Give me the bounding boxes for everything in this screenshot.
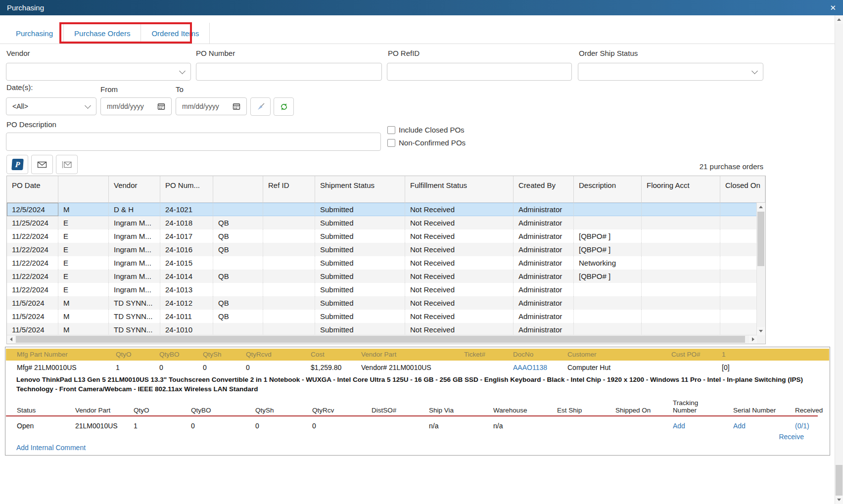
- po-table-cell: [642, 203, 720, 216]
- non-confirmed-pos-option[interactable]: Non-Confirmed POs: [387, 138, 466, 147]
- include-closed-pos-checkbox[interactable]: [387, 126, 395, 134]
- po-column-header[interactable]: Vendor: [109, 176, 160, 202]
- detail-item-cell-link[interactable]: AAAO1138: [513, 362, 567, 373]
- po-column-header[interactable]: PO Num...: [160, 176, 213, 202]
- po-table-row[interactable]: 11/22/2024EIngram M...24-1015SubmittedNo…: [7, 256, 757, 270]
- clear-filter-button[interactable]: [250, 97, 271, 116]
- calendar-icon[interactable]: [157, 102, 165, 110]
- order-ship-status-select[interactable]: [578, 63, 763, 81]
- po-table-cell: Not Received: [405, 270, 514, 283]
- tab-purchase-orders[interactable]: Purchase Orders: [64, 23, 141, 44]
- include-closed-pos-option[interactable]: Include Closed POs: [387, 126, 465, 134]
- purchase-orders-table: PO DateVendorPO Num...Ref IDShipment Sta…: [6, 176, 766, 344]
- po-table-row[interactable]: 11/5/2024MTD SYNN...24-1011QBSubmittedNo…: [7, 310, 757, 323]
- po-description-input[interactable]: [6, 133, 381, 151]
- po-table-cell: [720, 229, 757, 243]
- po-table-row[interactable]: 11/22/2024EIngram M...24-1016QBSubmitted…: [7, 243, 757, 256]
- po-table-cell: M: [58, 310, 109, 323]
- po-table-cell: 24-1012: [160, 296, 213, 310]
- tab-ordered-items[interactable]: Ordered Items: [141, 23, 210, 44]
- po-table-cell: Administrator: [514, 323, 574, 335]
- p-logo-icon: P: [11, 159, 24, 170]
- po-table-row[interactable]: 11/5/2024MTD SYNN...24-1010SubmittedNot …: [7, 323, 757, 335]
- calendar-icon[interactable]: [233, 102, 240, 110]
- po-number-input[interactable]: [196, 63, 382, 81]
- po-table-row[interactable]: 12/5/2024MD & H24-1021SubmittedNot Recei…: [7, 203, 757, 216]
- po-table-cell: E: [58, 243, 109, 256]
- po-table-cell: [642, 323, 720, 335]
- table-hscrollbar-thumb[interactable]: [16, 336, 745, 343]
- po-table-row[interactable]: 11/22/2024EIngram M...24-1013SubmittedNo…: [7, 283, 757, 296]
- po-table-cell: QB: [213, 296, 263, 310]
- po-column-header[interactable]: [213, 176, 263, 202]
- detail-status-cell-link[interactable]: Add: [673, 420, 733, 432]
- detail-status-row: Open21LM0010US1000n/an/aAddAdd(0/1): [6, 420, 818, 432]
- detail-status-column-header: QtySh: [255, 407, 312, 414]
- tab-purchasing[interactable]: Purchasing: [5, 23, 64, 44]
- po-table-cell: Submitted: [315, 283, 405, 296]
- window-scrollbar[interactable]: [835, 15, 843, 504]
- po-column-header[interactable]: Flooring Acct: [642, 176, 720, 202]
- po-table-cell: Ingram M...: [109, 270, 160, 283]
- dates-select[interactable]: <All>: [6, 97, 96, 115]
- detail-item-cell: Mfg# 21LM0010US: [17, 362, 116, 373]
- detail-status-cell-link[interactable]: (0/1): [795, 420, 825, 432]
- vendor-select[interactable]: [6, 63, 191, 81]
- email-history-button[interactable]: [56, 155, 78, 174]
- po-column-header[interactable]: PO Date: [7, 176, 58, 202]
- po-table-cell: QB: [213, 270, 263, 283]
- po-column-header[interactable]: Shipment Status: [315, 176, 405, 202]
- scroll-down-icon[interactable]: [757, 327, 765, 335]
- po-column-header[interactable]: [58, 176, 109, 202]
- detail-item-cell: 1: [116, 362, 159, 373]
- po-table-row[interactable]: 11/5/2024MTD SYNN...24-1012QBSubmittedNo…: [7, 296, 757, 310]
- from-date-input[interactable]: mm/dd/yyyy: [100, 97, 172, 115]
- table-scrollbar-thumb[interactable]: [757, 212, 764, 266]
- po-table-cell: [263, 229, 315, 243]
- po-refid-input[interactable]: [387, 63, 572, 81]
- refresh-button[interactable]: [274, 97, 294, 116]
- po-table-cell: 24-1017: [160, 229, 213, 243]
- scroll-down-icon[interactable]: [835, 496, 843, 504]
- scroll-up-icon[interactable]: [835, 15, 843, 24]
- po-table-cell: [720, 310, 757, 323]
- send-po-button[interactable]: P: [6, 155, 28, 174]
- close-icon[interactable]: ✕: [830, 4, 836, 11]
- non-confirmed-pos-checkbox[interactable]: [387, 139, 395, 147]
- po-description-label: PO Description: [6, 120, 56, 129]
- po-table-cell: 24-1015: [160, 256, 213, 270]
- receive-link[interactable]: Receive: [779, 433, 804, 441]
- po-table-cell: [213, 256, 263, 270]
- po-column-header[interactable]: Description: [574, 176, 642, 202]
- po-table-cell: Networking: [574, 256, 642, 270]
- po-table-cell: [QBPO# ]: [574, 229, 642, 243]
- po-table-cell: Not Received: [405, 283, 514, 296]
- po-table-row[interactable]: 11/22/2024EIngram M...24-1017QBSubmitted…: [7, 229, 757, 243]
- po-column-header[interactable]: Created By: [514, 176, 574, 202]
- detail-item-column-header: QtyRcvd: [246, 349, 311, 361]
- po-table-cell: Submitted: [315, 270, 405, 283]
- detail-status-cell-link[interactable]: Add: [733, 420, 795, 432]
- to-date-input[interactable]: mm/dd/yyyy: [176, 97, 247, 115]
- po-column-header[interactable]: Ref ID: [263, 176, 315, 202]
- scroll-left-icon[interactable]: [7, 335, 15, 343]
- po-column-header[interactable]: Fulfillment Status: [405, 176, 514, 202]
- table-vertical-scrollbar[interactable]: [756, 203, 765, 335]
- detail-item-column-header: Customer: [567, 349, 671, 361]
- table-horizontal-scrollbar[interactable]: [7, 335, 757, 344]
- po-table-row[interactable]: 11/22/2024EIngram M...24-1014QBSubmitted…: [7, 270, 757, 283]
- po-table-cell: [263, 323, 315, 335]
- scroll-up-icon[interactable]: [757, 203, 765, 211]
- email-button[interactable]: [31, 155, 53, 174]
- po-table-cell: [263, 243, 315, 256]
- dates-select-value: <All>: [12, 102, 28, 110]
- po-table-row[interactable]: 11/25/2024EIngram M...24-1018QBSubmitted…: [7, 216, 757, 229]
- add-internal-comment-link[interactable]: Add Internal Comment: [16, 444, 86, 452]
- detail-status-cell: 0: [255, 420, 312, 432]
- po-column-header[interactable]: Closed On: [720, 176, 765, 202]
- po-table-cell: M: [58, 296, 109, 310]
- scroll-right-icon[interactable]: [749, 335, 757, 343]
- po-table-cell: QB: [213, 229, 263, 243]
- po-table-cell: [642, 283, 720, 296]
- window-scrollbar-thumb[interactable]: [836, 465, 843, 496]
